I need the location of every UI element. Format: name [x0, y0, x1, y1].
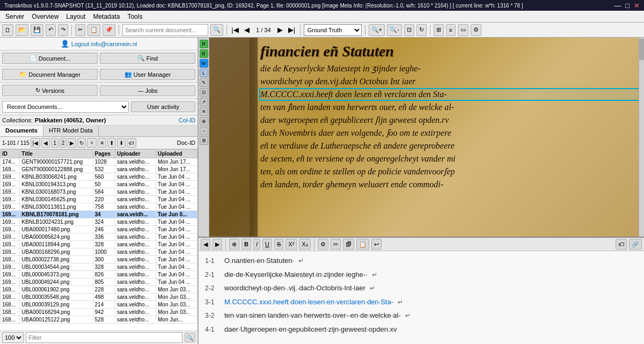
prev-doc-btn[interactable]: ◀ [41, 138, 50, 148]
table-row[interactable]: 169...UBA000085624.png336sara.veldho...T… [1, 233, 197, 241]
trans-underline-btn[interactable]: U [262, 239, 272, 250]
maximize-button[interactable]: □ [625, 2, 630, 10]
page2-btn[interactable]: 2 [60, 138, 67, 148]
tool-icon-5[interactable]: ✕ [200, 107, 208, 116]
upload-btn[interactable]: ⬆ [107, 138, 116, 148]
table-row[interactable]: 169...KBNL0300145625.png220sara.veldho..… [1, 196, 197, 203]
table-row[interactable]: 169...KBNL0300168073.png584sara.veldho..… [1, 188, 197, 196]
versions-button[interactable]: ↻ Versions [2, 85, 98, 96]
copy-btn[interactable]: 📋 [87, 24, 100, 36]
tool-icon-4[interactable]: ↗ [200, 98, 208, 106]
save-btn[interactable]: 💾 [31, 24, 43, 36]
ground-truth-select[interactable]: Ground Truth Latest Transcript All [304, 24, 362, 36]
prev-page-btn[interactable]: ◀ [242, 24, 252, 36]
trans-strike-btn[interactable]: S [274, 239, 283, 250]
trans-cut-btn[interactable]: ✂ [331, 239, 341, 250]
doc-table-container[interactable]: ID Title Pages Uploader Uploaded 174...G… [0, 149, 197, 331]
refresh-btn[interactable]: ↻ [77, 138, 86, 148]
table-row[interactable]: 168...UBL000039129.png214sara.veldho...M… [1, 301, 197, 309]
trans-superscript-btn[interactable]: X² [286, 239, 297, 250]
last-page-btn[interactable]: ▶| [287, 24, 297, 36]
tool-icon-8[interactable]: ⚙ [200, 136, 208, 145]
redo-btn[interactable]: ↷ [58, 24, 68, 36]
trans-link-btn[interactable]: 🔗 [629, 239, 642, 250]
col-pages[interactable]: Pages [93, 150, 115, 158]
table-row[interactable]: 169...KBNLB030068241.png560sara.veldho..… [1, 173, 197, 181]
table-row[interactable]: 169...KBNLB170078181.png34sara.veldh...T… [1, 211, 197, 218]
page1-btn[interactable]: 1 [51, 138, 58, 148]
table-row[interactable]: 169...KBNLB10024231.png324sara.veldho...… [1, 218, 197, 226]
tool-icon-7[interactable]: → [200, 127, 208, 135]
paste-btn[interactable]: 📌 [103, 24, 115, 36]
recent-docs-dropdown[interactable]: Recent Documents... [2, 101, 129, 113]
next-doc-btn[interactable]: ▶ [68, 138, 76, 148]
tab-documents[interactable]: Documents [0, 126, 43, 136]
menu-metadata[interactable]: Metadata [90, 12, 123, 21]
filter-input[interactable] [26, 332, 182, 343]
rotate-btn[interactable]: ↻ [416, 24, 427, 36]
trans-subscript-btn[interactable]: X₂ [299, 239, 310, 250]
first-doc-btn[interactable]: |◀ [31, 138, 41, 148]
zoom-select[interactable]: 100 75 50 150 [2, 332, 24, 343]
table-row[interactable]: 169...KBNL0300113811.png758sara.veldho..… [1, 203, 197, 211]
table-row[interactable]: 169...UBL000022738.png300sara.veldho...T… [1, 256, 197, 264]
tool-icon-1[interactable]: L [200, 69, 208, 77]
trans-tag-btn[interactable]: 🏷 [616, 239, 627, 250]
trans-settings-btn[interactable]: ⚙ [318, 239, 328, 250]
add-doc-btn[interactable]: ＋ [87, 138, 97, 148]
menu-overview[interactable]: Overview [28, 12, 62, 21]
minimize-button[interactable]: — [614, 2, 621, 10]
region-btn[interactable]: ▭ [458, 24, 469, 36]
table-row[interactable]: 169...UBL000034544.png328sara.veldho...T… [1, 264, 197, 271]
col-title[interactable]: Title [20, 150, 93, 158]
trans-add-btn[interactable]: ⊕ [229, 239, 239, 250]
grid-btn[interactable]: ⊞ [434, 24, 444, 36]
col-uploaded[interactable]: Uploaded [156, 150, 197, 158]
filter-search-btn[interactable]: 🔍 [185, 333, 195, 342]
delete-doc-btn[interactable]: ✕ [98, 138, 106, 148]
menu-layout[interactable]: Layout [63, 12, 89, 21]
col-id-label[interactable]: Col-ID [179, 117, 195, 123]
user-manager-button[interactable]: 👥 User Manager [100, 69, 195, 80]
table-row[interactable]: 169...UBA000168296.png1000sara.veldho...… [1, 248, 197, 256]
logout-button[interactable]: Logout info@caromein.nl [71, 41, 137, 47]
jobs-button[interactable]: — Jobs [100, 85, 195, 96]
col-id[interactable]: ID [1, 150, 20, 158]
zoom-in-btn[interactable]: 🔍+ [369, 24, 385, 36]
trans-copy-btn[interactable]: 🗐 [343, 239, 354, 250]
doc-manager-button[interactable]: 📁 Document Manager [2, 69, 98, 80]
undo-btn[interactable]: ↶ [46, 24, 56, 36]
document-button[interactable]: 📄 Document... [2, 53, 98, 64]
fit-btn[interactable]: ⊡ [404, 24, 414, 36]
close-button[interactable]: ✕ [634, 2, 640, 10]
settings-btn[interactable]: ⚙ [471, 24, 481, 36]
next-page-btn[interactable]: ▶ [275, 24, 285, 36]
table-row[interactable]: 169...GENT900000122888.png532sara.veldho… [1, 166, 197, 173]
table-row[interactable]: 169...UBL000045373.png826sara.veldho...T… [1, 271, 197, 279]
table-row[interactable]: 168...UBL000035548.png498sara.veldho...M… [1, 294, 197, 301]
tool-icon-3[interactable]: ⊡ [200, 88, 208, 97]
download-btn[interactable]: ⬇ [117, 138, 126, 148]
line-btn[interactable]: ≡ [446, 24, 456, 36]
trans-paste-btn[interactable]: 📋 [356, 239, 369, 250]
cut-btn[interactable]: ✂ [75, 24, 85, 36]
table-row[interactable]: 168...UBA000125122.png528sara.veldho...M… [1, 316, 197, 324]
tag-btn[interactable]: 🏷 [127, 138, 136, 148]
tool-icon-2[interactable]: ✎ [200, 78, 208, 87]
col-uploader[interactable]: Uploader [115, 150, 156, 158]
table-row[interactable]: 169...UBL000049244.png805sara.veldho...T… [1, 279, 197, 286]
table-row[interactable]: 174...GENT900000157721.png1028sara.veldh… [1, 158, 197, 166]
menu-server[interactable]: Server [2, 12, 27, 21]
new-btn[interactable]: 🗋 [2, 24, 13, 36]
table-row[interactable]: 169...KBNL0300194313.png50sara.veldho...… [1, 181, 197, 188]
tool-icon-6[interactable]: ⊕ [200, 117, 208, 126]
table-row[interactable]: 169...UBA000118944.png328sara.veldho...T… [1, 241, 197, 248]
trans-next-btn[interactable]: ▶ [213, 239, 222, 250]
image-canvas[interactable]: financien eñ Statuten die de Keyserlycke… [209, 38, 644, 237]
zoom-out-btn[interactable]: 🔍- [387, 24, 402, 36]
search-input[interactable] [122, 24, 208, 36]
search-btn[interactable]: 🔍 [210, 24, 223, 36]
trans-italic-btn[interactable]: I [253, 239, 260, 250]
menu-tools[interactable]: Tools [124, 12, 145, 21]
find-button[interactable]: 🔍 Find [100, 53, 195, 64]
